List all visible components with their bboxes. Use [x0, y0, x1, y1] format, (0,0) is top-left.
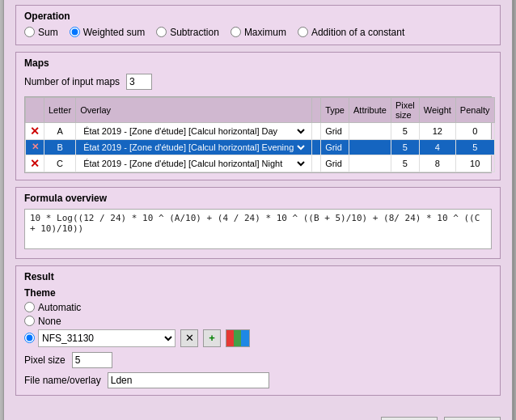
penalty-c: 10 — [455, 155, 494, 172]
col-penalty: Penalty — [455, 97, 494, 122]
col-sep-a — [312, 122, 321, 139]
radio-weighted-sum[interactable]: Weighted sum — [70, 27, 145, 38]
radio-none[interactable]: None — [24, 316, 492, 327]
pixel-a: 5 — [391, 122, 419, 139]
col-pixel-size: Pixel size — [391, 97, 419, 122]
nfs-add-button[interactable]: + — [203, 329, 221, 347]
letter-a: A — [44, 122, 76, 139]
weight-c: 8 — [419, 155, 455, 172]
num-maps-input[interactable] — [126, 74, 152, 90]
pixel-size-row: Pixel size — [24, 352, 492, 368]
delete-row-c[interactable]: ✕ — [26, 155, 44, 172]
type-c: Grid — [321, 155, 349, 172]
num-maps-label: Number of input maps — [24, 76, 120, 87]
overlay-c: État 2019 - [Zone d'étude] [Calcul horiz… — [76, 155, 312, 172]
penalty-b: 5 — [455, 139, 494, 155]
radio-maximum[interactable]: Maximum — [231, 27, 286, 38]
formula-title: Formula overview — [24, 193, 492, 204]
type-b: Grid — [321, 139, 349, 155]
col-letter: Letter — [44, 97, 76, 122]
result-section: Result Theme Automatic None NFS_31130 — [15, 265, 501, 396]
overlay-select-c[interactable]: État 2019 - [Zone d'étude] [Calcul horiz… — [80, 158, 307, 169]
attr-c — [349, 155, 391, 172]
table-row: ✕ C État 2019 - [Zone d'étude] [Calcul h… — [26, 155, 495, 172]
col-sep-b — [312, 139, 321, 155]
radio-automatic[interactable]: Automatic — [24, 302, 492, 313]
delete-row-a[interactable]: ✕ — [26, 122, 44, 139]
num-maps-row: Number of input maps — [24, 74, 492, 90]
nfs-row: NFS_31130 ✕ + — [38, 329, 250, 347]
table-row: ✕ B État 2019 - [Zone d'étude] [Calcul h… — [26, 139, 495, 155]
maps-section: Maps Number of input maps Letter Overlay… — [15, 52, 501, 180]
color-palette-button[interactable] — [226, 329, 250, 347]
overlay-select-a[interactable]: État 2019 - [Zone d'étude] [Calcul horiz… — [80, 125, 307, 137]
radio-subtraction[interactable]: Subtraction — [156, 27, 219, 38]
col-sep-c — [312, 155, 321, 172]
ok-button[interactable]: OK — [381, 417, 438, 421]
table-row: ✕ A État 2019 - [Zone d'étude] [Calcul h… — [26, 122, 495, 139]
maps-table-container: Letter Overlay Type Attribute Pixel size… — [24, 96, 492, 173]
bottom-buttons: OK Cancel — [4, 410, 512, 421]
cancel-button[interactable]: Cancel — [444, 417, 501, 421]
maps-table: Letter Overlay Type Attribute Pixel size… — [25, 97, 495, 172]
weight-a: 12 — [419, 122, 455, 139]
filename-input[interactable] — [108, 372, 269, 388]
pixel-size-input[interactable] — [72, 352, 112, 368]
result-title: Result — [24, 271, 492, 282]
col-type: Type — [321, 97, 349, 122]
col-weight: Weight — [419, 97, 455, 122]
filename-row: File name/overlay — [24, 372, 492, 388]
type-a: Grid — [321, 122, 349, 139]
filename-label: File name/overlay — [24, 375, 101, 386]
nfs-delete-button[interactable]: ✕ — [180, 329, 198, 347]
formula-textarea[interactable] — [24, 209, 492, 249]
maps-title: Maps — [24, 57, 492, 69]
theme-label: Theme — [24, 287, 492, 299]
overlay-select-b[interactable]: État 2019 - [Zone d'étude] [Calcul horiz… — [80, 142, 307, 153]
weight-b: 4 — [419, 139, 455, 155]
letter-c: C — [44, 155, 76, 172]
col-delete — [26, 97, 44, 122]
operation-title: Operation — [24, 11, 492, 22]
overlay-a: État 2019 - [Zone d'étude] [Calcul horiz… — [76, 122, 312, 139]
delete-row-b[interactable]: ✕ — [26, 139, 44, 155]
penalty-a: 0 — [455, 122, 494, 139]
col-attribute: Attribute — [349, 97, 391, 122]
nfs-select[interactable]: NFS_31130 — [38, 329, 176, 347]
maps-operation-dialog: Maps operation ✕ Operation Sum Weighted … — [3, 0, 513, 420]
theme-options: Automatic None NFS_31130 ✕ + — [24, 302, 492, 347]
radio-nfs[interactable]: NFS_31130 ✕ + — [24, 329, 492, 347]
formula-section: Formula overview — [15, 187, 501, 259]
operation-section: Operation Sum Weighted sum Subtraction M… — [15, 5, 501, 45]
pixel-c: 5 — [391, 155, 419, 172]
pixel-b: 5 — [391, 139, 419, 155]
overlay-b: État 2019 - [Zone d'étude] [Calcul horiz… — [76, 139, 312, 155]
col-overlay: Overlay — [76, 97, 312, 122]
radio-sum[interactable]: Sum — [24, 27, 58, 38]
operation-radio-group: Sum Weighted sum Subtraction Maximum Add… — [24, 27, 492, 38]
attr-b — [349, 139, 391, 155]
pixel-size-label: Pixel size — [24, 354, 66, 366]
letter-b: B — [44, 139, 76, 155]
col-overlay-arrow — [312, 97, 321, 122]
attr-a — [349, 122, 391, 139]
radio-addition-constant[interactable]: Addition of a constant — [298, 27, 404, 38]
